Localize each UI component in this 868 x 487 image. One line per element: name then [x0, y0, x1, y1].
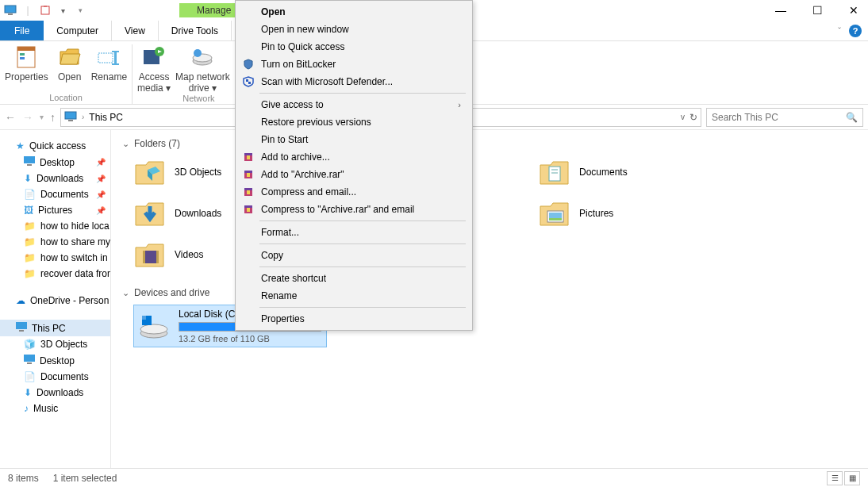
back-button[interactable]: ←: [5, 111, 16, 124]
tab-computer[interactable]: Computer: [44, 21, 112, 40]
ctx-open[interactable]: Open: [237, 3, 470, 21]
svg-rect-42: [247, 155, 250, 159]
svg-rect-6: [20, 57, 25, 59]
ctx-pin-start[interactable]: Pin to Start: [237, 131, 470, 148]
tree-downloads-2[interactable]: ⬇Downloads: [0, 385, 110, 401]
section-drives[interactable]: ⌄Devices and drive: [122, 287, 857, 298]
svg-rect-48: [247, 190, 250, 194]
folder-documents[interactable]: Documents: [538, 155, 720, 189]
ctx-copy[interactable]: Copy: [237, 247, 470, 264]
ctx-give-access[interactable]: Give access to›: [237, 96, 470, 113]
view-large-icon[interactable]: ▦: [844, 471, 860, 485]
tree-3d-objects[interactable]: 🧊3D Objects: [0, 336, 110, 352]
tree-desktop-2[interactable]: Desktop: [0, 352, 110, 369]
view-details-icon[interactable]: ☰: [827, 471, 843, 485]
svg-rect-30: [549, 218, 562, 220]
tab-view[interactable]: View: [112, 21, 159, 40]
tree-quick-access[interactable]: ★Quick access: [0, 138, 110, 154]
pictures-icon: [538, 197, 571, 230]
onedrive-icon: ☁: [16, 295, 25, 306]
ribbon-map-drive[interactable]: Map network drive ▾: [175, 44, 230, 94]
ctx-rename[interactable]: Rename: [237, 287, 470, 305]
ribbon-group-label: Location: [49, 93, 83, 104]
recent-dropdown[interactable]: ▾: [40, 113, 44, 121]
ctx-compress-rar-email[interactable]: Compress to "Archive.rar" and email: [237, 201, 470, 218]
ctx-open-new-window[interactable]: Open in new window: [237, 21, 470, 38]
submenu-arrow-icon: ›: [458, 100, 461, 109]
ctx-restore-versions[interactable]: Restore previous versions: [237, 113, 470, 131]
svg-rect-8: [114, 52, 117, 64]
section-folders[interactable]: ⌄Folders (7): [122, 138, 857, 149]
folder-pictures[interactable]: Pictures: [538, 197, 720, 230]
tree-folder[interactable]: 📁recover data fron: [0, 266, 110, 282]
tree-folder[interactable]: 📁how to share my: [0, 234, 110, 250]
collapse-ribbon-icon[interactable]: ˇ: [838, 26, 841, 36]
address-dropdown[interactable]: v: [681, 113, 685, 121]
svg-rect-44: [244, 171, 252, 173]
search-input[interactable]: [712, 112, 846, 123]
defender-icon: [242, 75, 255, 88]
tree-desktop[interactable]: Desktop📌: [0, 154, 110, 171]
forward-button[interactable]: →: [22, 111, 33, 124]
svg-rect-41: [244, 153, 252, 155]
tree-folder[interactable]: 📁how to switch in: [0, 250, 110, 266]
rename-icon: [96, 44, 121, 70]
minimize-button[interactable]: —: [770, 1, 792, 20]
properties-icon: [13, 44, 39, 70]
svg-rect-37: [142, 316, 146, 320]
winrar-icon: [242, 186, 255, 198]
help-icon[interactable]: ?: [849, 25, 862, 37]
tree-music[interactable]: ♪Music: [0, 401, 110, 416]
svg-rect-17: [65, 112, 76, 119]
ctx-add-rar[interactable]: Add to "Archive.rar": [237, 166, 470, 183]
maximize-button[interactable]: ☐: [806, 1, 828, 20]
qat-overflow[interactable]: ▾: [73, 3, 87, 17]
refresh-icon[interactable]: ↻: [689, 112, 697, 123]
ribbon-group-label: Network: [182, 94, 214, 105]
tab-drive-tools[interactable]: Drive Tools: [159, 21, 232, 40]
downloads-icon: [133, 197, 167, 230]
media-icon: [141, 44, 167, 70]
tree-pictures[interactable]: 🖼Pictures📌: [0, 202, 110, 218]
ribbon-rename[interactable]: Rename: [91, 44, 127, 82]
ctx-add-archive[interactable]: Add to archive...: [237, 148, 470, 166]
ctx-defender[interactable]: Scan with Microsoft Defender...: [237, 73, 470, 90]
ribbon-properties[interactable]: Properties: [5, 44, 48, 82]
qat-divider: |: [21, 3, 35, 17]
ctx-compress-email[interactable]: Compress and email...: [237, 183, 470, 201]
tab-file[interactable]: File: [0, 21, 44, 40]
ctx-properties[interactable]: Properties: [237, 310, 470, 328]
tree-onedrive[interactable]: ☁OneDrive - Person: [0, 293, 110, 309]
ctx-format[interactable]: Format...: [237, 224, 470, 241]
up-button[interactable]: ↑: [50, 111, 56, 124]
map-drive-icon: [190, 44, 215, 70]
search-box[interactable]: 🔍: [706, 108, 863, 127]
breadcrumb-this-pc[interactable]: This PC: [89, 112, 123, 123]
svg-rect-7: [98, 53, 113, 63]
search-icon[interactable]: 🔍: [846, 112, 858, 123]
properties-icon[interactable]: [38, 3, 52, 17]
ctx-create-shortcut[interactable]: Create shortcut: [237, 270, 470, 287]
divider: [259, 220, 466, 221]
pc-icon: [64, 111, 77, 124]
winrar-icon: [242, 168, 255, 181]
ribbon-access-media[interactable]: Access media ▾: [137, 44, 171, 94]
tree-this-pc[interactable]: This PC: [0, 320, 110, 336]
ctx-pin-quick-access[interactable]: Pin to Quick access: [237, 38, 470, 56]
divider: [259, 307, 466, 308]
ctx-bitlocker[interactable]: Turn on BitLocker: [237, 56, 470, 73]
tree-documents-2[interactable]: 📄Documents: [0, 369, 110, 385]
svg-rect-33: [156, 251, 159, 263]
window-controls: — ☐ ✕: [770, 1, 865, 20]
tree-downloads[interactable]: ⬇Downloads📌: [0, 171, 110, 186]
tree-folder[interactable]: 📁how to hide loca: [0, 218, 110, 234]
ribbon-open[interactable]: Open: [53, 44, 86, 82]
pin-icon: 📌: [96, 206, 106, 215]
close-button[interactable]: ✕: [843, 1, 865, 20]
pin-icon: 📌: [96, 174, 106, 183]
pin-icon: 📌: [96, 190, 106, 199]
qat-dropdown-icon[interactable]: ▾: [56, 3, 70, 17]
chevron-right-icon[interactable]: ›: [82, 113, 84, 121]
svg-rect-45: [247, 173, 250, 177]
tree-documents[interactable]: 📄Documents📌: [0, 186, 110, 202]
